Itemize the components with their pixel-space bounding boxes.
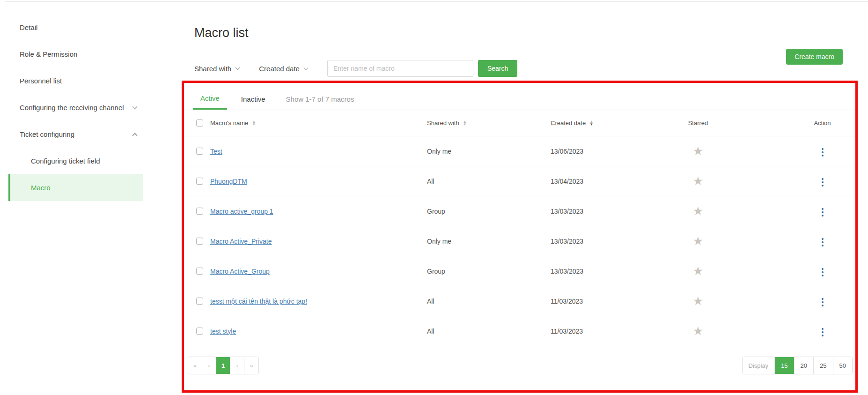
sidebar-item-label: Personnel list: [20, 77, 62, 85]
tab-active[interactable]: Active: [193, 94, 227, 110]
tab-inactive[interactable]: Inactive: [240, 95, 266, 110]
row-checkbox[interactable]: [196, 298, 203, 305]
macro-name-link[interactable]: Macro Active_Group: [210, 268, 270, 275]
page-size-option-25[interactable]: 25: [814, 357, 833, 374]
column-header-shared-with[interactable]: Shared with ▲▼: [427, 119, 551, 127]
macro-name-link[interactable]: PhuongDTM: [210, 178, 247, 185]
row-checkbox[interactable]: [196, 268, 203, 275]
sort-icon: ▲▼: [463, 120, 467, 126]
next-page-button[interactable]: ›: [230, 357, 244, 374]
column-header-created-date[interactable]: Created date ▲▼: [551, 119, 658, 127]
table-row: tesst một cái tên thật là phức tạp! All …: [184, 286, 855, 316]
star-icon[interactable]: ★: [693, 264, 703, 277]
shared-with-value: Only me: [427, 238, 551, 245]
sidebar-item-label: Role & Permission: [20, 50, 77, 58]
sidebar-item-label: Configuring the receiving channel: [20, 104, 124, 112]
macro-name-link[interactable]: Macro active_group 1: [210, 208, 273, 215]
select-all-checkbox[interactable]: [196, 119, 203, 127]
row-checkbox[interactable]: [196, 178, 203, 185]
kebab-menu-icon[interactable]: [820, 206, 825, 218]
sidebar-item-detail[interactable]: Detail: [8, 14, 143, 41]
created-date-filter-label: Created date: [259, 65, 300, 73]
kebab-menu-icon[interactable]: [820, 236, 825, 248]
previous-page-button[interactable]: ‹: [202, 357, 216, 374]
table-row: Test Only me 13/06/2023 ★: [184, 136, 855, 166]
page-size-option-15[interactable]: 15: [775, 357, 794, 374]
page-number-button[interactable]: 1: [216, 357, 230, 374]
kebab-menu-icon[interactable]: [820, 266, 825, 278]
created-date-value: 13/03/2023: [551, 208, 658, 215]
shared-with-value: Group: [427, 268, 551, 275]
sidebar-item-label: Configuring ticket field: [31, 157, 100, 165]
column-header-action: Action: [738, 119, 855, 127]
shared-with-value: Only me: [427, 148, 551, 155]
main-content: Macro list Shared with Created date Sear…: [154, 0, 868, 77]
created-date-value: 11/03/2023: [551, 298, 658, 305]
sidebar-item-label: Ticket configuring: [20, 130, 74, 138]
macro-table-highlight-box: Active Inactive Show 1-7 of 7 macros Mac…: [182, 81, 858, 393]
created-date-filter-dropdown[interactable]: Created date: [259, 65, 308, 73]
chevron-down-icon: [132, 104, 137, 109]
column-header-starred: Starred: [658, 119, 738, 127]
column-header-macro-name[interactable]: Macro's name ▲▼: [210, 119, 427, 127]
star-icon[interactable]: ★: [693, 174, 703, 187]
sidebar-item-personnel-list[interactable]: Personnel list: [8, 67, 143, 94]
row-checkbox[interactable]: [196, 238, 203, 245]
page-title: Macro list: [194, 26, 868, 40]
sidebar-item-role-permission[interactable]: Role & Permission: [8, 41, 143, 67]
create-macro-button[interactable]: Create macro: [786, 49, 843, 65]
table-row: PhuongDTM All 13/04/2023 ★: [184, 166, 855, 196]
kebab-menu-icon[interactable]: [820, 176, 825, 188]
shared-with-filter-label: Shared with: [194, 65, 231, 73]
filter-bar: Shared with Created date Search: [194, 60, 868, 77]
sidebar-item-configuring-receiving-channel[interactable]: Configuring the receiving channel: [8, 94, 143, 121]
first-page-button[interactable]: «: [188, 357, 202, 374]
table-row: Macro Active_Group Group 13/03/2023 ★: [184, 256, 855, 286]
star-icon[interactable]: ★: [693, 324, 703, 337]
macro-name-link[interactable]: Macro Active_Private: [210, 238, 272, 245]
macro-name-link[interactable]: tesst một cái tên thật là phức tạp!: [210, 298, 307, 305]
created-date-value: 13/06/2023: [551, 148, 658, 155]
display-label: Display: [743, 357, 775, 374]
star-icon[interactable]: ★: [693, 234, 703, 247]
kebab-menu-icon[interactable]: [820, 326, 825, 338]
search-input[interactable]: [327, 60, 473, 77]
created-date-value: 11/03/2023: [551, 328, 658, 335]
shared-with-filter-dropdown[interactable]: Shared with: [194, 65, 239, 73]
sidebar-item-label: Macro: [31, 184, 51, 192]
shared-with-value: All: [427, 328, 551, 335]
page-size-option-50[interactable]: 50: [833, 357, 852, 374]
sidebar-item-ticket-configuring[interactable]: Ticket configuring: [8, 121, 143, 148]
row-checkbox[interactable]: [196, 148, 203, 155]
page-size-selector: Display 15 20 25 50: [742, 357, 853, 374]
star-icon[interactable]: ★: [693, 144, 703, 157]
table-row: test style All 11/03/2023 ★: [184, 316, 855, 346]
chevron-down-icon: [235, 66, 240, 70]
star-icon[interactable]: ★: [693, 204, 703, 217]
sidebar: Detail Role & Permission Personnel list …: [8, 14, 143, 201]
macro-name-link[interactable]: test style: [210, 328, 236, 335]
sidebar-item-macro[interactable]: Macro: [8, 174, 143, 201]
table-footer: « ‹ 1 › » Display 15 20 25 50: [188, 357, 853, 374]
last-page-button[interactable]: »: [244, 357, 258, 374]
row-checkbox[interactable]: [196, 208, 203, 215]
kebab-menu-icon[interactable]: [820, 146, 825, 158]
sidebar-item-configuring-ticket-field[interactable]: Configuring ticket field: [8, 148, 143, 174]
created-date-value: 13/03/2023: [551, 238, 658, 245]
chevron-down-icon: [304, 66, 309, 70]
sort-icon: ▲▼: [252, 120, 256, 126]
macro-name-link[interactable]: Test: [210, 148, 222, 155]
tab-bar: Active Inactive Show 1-7 of 7 macros: [184, 83, 855, 110]
results-summary: Show 1-7 of 7 macros: [286, 95, 354, 110]
shared-with-value: Group: [427, 208, 551, 215]
search-button[interactable]: Search: [478, 60, 517, 77]
table-header-row: Macro's name ▲▼ Shared with ▲▼ Created d…: [184, 110, 855, 136]
created-date-value: 13/03/2023: [551, 268, 658, 275]
pagination: « ‹ 1 › »: [188, 357, 259, 374]
created-date-value: 13/04/2023: [551, 178, 658, 185]
table-row: Macro Active_Private Only me 13/03/2023 …: [184, 226, 855, 256]
page-size-option-20[interactable]: 20: [794, 357, 814, 374]
star-icon[interactable]: ★: [693, 294, 703, 307]
kebab-menu-icon[interactable]: [820, 296, 825, 308]
row-checkbox[interactable]: [196, 328, 203, 335]
